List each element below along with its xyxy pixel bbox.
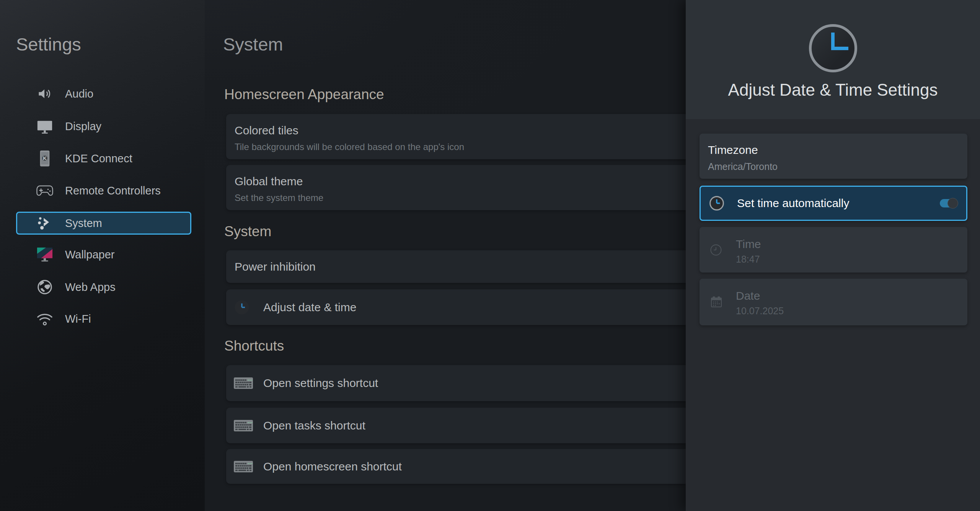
speaker-icon (36, 85, 54, 103)
setting-value: 18:47 (736, 254, 760, 265)
date-setting[interactable]: Date 10.07.2025 (700, 279, 967, 325)
setting-title: Power inhibition (235, 260, 316, 273)
clock-outline-icon (710, 244, 722, 256)
setting-card-power-inhibition[interactable]: Power inhibition (226, 250, 686, 283)
keyboard-icon (234, 420, 253, 431)
toggle-knob (947, 198, 958, 209)
adjust-date-time-panel: Adjust Date & Time Settings Timezone Ame… (686, 0, 980, 511)
setting-title: Timezone (708, 144, 758, 157)
gamepad-icon (36, 182, 54, 199)
setting-subtitle: Tile backgrounds will be colored based o… (235, 142, 464, 152)
section-header-shortcuts: Shortcuts (224, 338, 284, 354)
section-header-system: System (224, 224, 271, 240)
setting-card-open-tasks-shortcut[interactable]: Open tasks shortcut (226, 408, 686, 443)
sidebar-item-system[interactable]: System (16, 212, 191, 235)
plasma-icon (36, 214, 54, 232)
setting-title: Set time automatically (737, 197, 849, 210)
clock-icon (234, 299, 250, 315)
setting-card-adjust-date-time[interactable]: Adjust date & time (226, 289, 686, 325)
setting-title: Open tasks shortcut (263, 419, 365, 432)
setting-title: Colored tiles (235, 124, 298, 137)
setting-title: Date (736, 289, 760, 302)
timezone-setting[interactable]: Timezone America/Toronto (700, 134, 967, 179)
setting-title: Open homescreen shortcut (263, 460, 402, 473)
sidebar-item-web-apps[interactable]: Web Apps (16, 276, 191, 299)
wallpaper-icon (36, 246, 54, 263)
setting-card-open-homescreen-shortcut[interactable]: Open homescreen shortcut (226, 449, 686, 484)
panel-header: Adjust Date & Time Settings (686, 0, 980, 119)
time-setting[interactable]: Time 18:47 (700, 227, 967, 273)
setting-title: Open settings shortcut (263, 377, 378, 390)
wifi-icon (36, 310, 54, 328)
setting-card-global-theme[interactable]: Global theme Set the system theme (226, 165, 686, 210)
sidebar-item-kde-connect[interactable]: K KDE Connect (16, 147, 191, 170)
sidebar-item-display[interactable]: Display (16, 115, 191, 138)
sidebar-item-wifi[interactable]: Wi-Fi (16, 307, 191, 330)
setting-value: 10.07.2025 (736, 305, 784, 317)
monitor-icon (36, 118, 54, 135)
globe-icon (36, 278, 54, 296)
clock-icon (809, 24, 857, 72)
keyboard-icon (234, 377, 253, 389)
set-time-automatically-toggle[interactable]: Set time automatically (700, 186, 967, 221)
keyboard-icon (234, 461, 253, 472)
sidebar-item-wallpaper[interactable]: Wallpaper (16, 243, 191, 266)
setting-card-colored-tiles[interactable]: Colored tiles Tile backgrounds will be c… (226, 114, 686, 159)
system-settings-page: System Homescreen Appearance Colored til… (205, 0, 686, 511)
setting-subtitle: Set the system theme (235, 193, 323, 203)
calendar-icon (710, 296, 722, 308)
section-header-homescreen-appearance: Homescreen Appearance (224, 87, 384, 103)
setting-title: Adjust date & time (263, 301, 356, 314)
toggle-switch[interactable] (940, 199, 957, 207)
panel-title: Adjust Date & Time Settings (686, 80, 980, 100)
page-title: System (223, 34, 283, 55)
setting-title: Global theme (235, 175, 303, 188)
phone-icon: K (36, 150, 54, 167)
svg-text:K: K (43, 155, 47, 161)
setting-title: Time (736, 238, 761, 251)
sidebar-item-remote-controllers[interactable]: Remote Controllers (16, 179, 191, 202)
settings-sidebar: Settings Audio Display K KDE Connect Rem… (0, 0, 205, 511)
sidebar-item-audio[interactable]: Audio (16, 82, 191, 105)
clock-icon (709, 196, 724, 211)
setting-card-open-settings-shortcut[interactable]: Open settings shortcut (226, 365, 686, 401)
sidebar-title: Settings (16, 34, 81, 55)
setting-value: America/Toronto (708, 161, 778, 172)
